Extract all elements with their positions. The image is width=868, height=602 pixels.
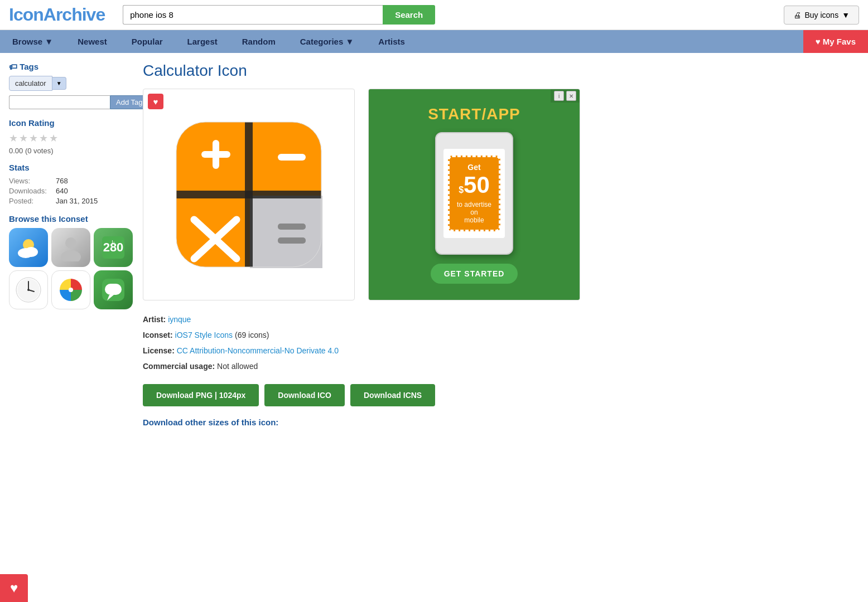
stats-posted-row: Posted: Jan 31, 2015: [9, 197, 132, 205]
star-4[interactable]: ★: [39, 132, 48, 144]
iconset-label: Iconset:: [143, 331, 173, 339]
star-5[interactable]: ★: [49, 132, 58, 144]
download-buttons: Download PNG | 1024px Download ICO Downl…: [143, 384, 859, 406]
artist-link[interactable]: iynque: [168, 315, 191, 324]
buy-icons-dropdown-arrow: ▼: [842, 11, 850, 20]
svg-rect-32: [278, 224, 306, 230]
license-link[interactable]: CC Attribution-Noncommercial-No Derivate…: [177, 346, 339, 355]
nav-myfavs[interactable]: ♥ My Favs: [803, 30, 868, 53]
download-sizes-title: Download other sizes of this icon:: [143, 417, 859, 427]
iconset-link[interactable]: iOS7 Style Icons: [175, 331, 233, 339]
iconset-count: (69 icons): [235, 331, 269, 339]
page-title: Calculator Icon: [143, 62, 859, 80]
main-layout: 🏷 Tags calculator ▼ Add Tag Icon Rating …: [0, 53, 868, 436]
sidebar: 🏷 Tags calculator ▼ Add Tag Icon Rating …: [9, 62, 132, 427]
svg-rect-29: [278, 154, 306, 161]
svg-rect-33: [278, 237, 306, 244]
icon-preview-box: ♥: [143, 89, 355, 300]
artist-row: Artist: iynque: [143, 312, 859, 327]
download-png-button[interactable]: Download PNG | 1024px: [143, 384, 259, 406]
svg-rect-24: [250, 196, 321, 267]
iconset-thumb-person[interactable]: [51, 228, 90, 267]
nav-artists[interactable]: Artists: [366, 30, 417, 53]
stats-downloads-row: Downloads: 640: [9, 187, 132, 195]
iconset-thumb-maps[interactable]: 280 I-: [94, 228, 133, 267]
svg-text:I-: I-: [112, 239, 115, 245]
add-tag-form: Add Tag: [9, 95, 132, 109]
navbar: Browse ▼ Newest Popular Largest Random C…: [0, 30, 868, 53]
iconset-thumb-messages[interactable]: [94, 270, 133, 309]
logo[interactable]: IconArchive: [9, 4, 105, 25]
stats-views-row: Views: 768: [9, 177, 132, 185]
ad-title: START/APP: [428, 105, 520, 123]
ad-title-part1: START: [428, 105, 481, 123]
iconset-row: Iconset: iOS7 Style Icons (69 icons): [143, 327, 859, 343]
ad-offer-text: to advertise onmobile: [455, 201, 493, 224]
nav-popular[interactable]: Popular: [119, 30, 175, 53]
artist-label: Artist:: [143, 315, 166, 324]
iconset-thumb-clock[interactable]: [9, 270, 48, 309]
add-tag-input[interactable]: [9, 95, 110, 109]
fav-badge-button[interactable]: ♥: [148, 94, 163, 109]
ad-offer-box: Get $50 to advertise onmobile: [448, 156, 500, 231]
tag-dropdown-arrow[interactable]: ▼: [52, 77, 66, 90]
stats-views-label: Views:: [9, 177, 51, 185]
ad-offer-get: Get $50: [455, 163, 493, 198]
download-icns-button[interactable]: Download ICNS: [350, 384, 435, 406]
ad-title-part2: APP: [486, 105, 520, 123]
svg-point-2: [25, 247, 38, 257]
ad-close-button[interactable]: ✕: [566, 91, 576, 101]
meta-info: Artist: iynque Iconset: iOS7 Style Icons…: [143, 312, 859, 374]
svg-point-12: [27, 289, 30, 291]
ad-inner: i ✕ START/APP Get $50 to advertise onmob…: [369, 89, 580, 300]
download-ico-button[interactable]: Download ICO: [264, 384, 345, 406]
tag-value-button[interactable]: calculator: [9, 76, 52, 91]
stats-downloads-label: Downloads:: [9, 187, 51, 195]
browse-iconset-title: Browse this Iconset: [9, 214, 132, 224]
commercial-value: Not allowed: [217, 362, 258, 371]
svg-rect-28: [213, 140, 219, 169]
stats-table: Views: 768 Downloads: 640 Posted: Jan 31…: [9, 177, 132, 205]
ad-phone-image: Get $50 to advertise onmobile: [435, 132, 513, 255]
ad-cta-button[interactable]: GET STARTED: [431, 264, 518, 284]
iconset-thumb-weather[interactable]: [9, 228, 48, 267]
nav-browse[interactable]: Browse ▼: [0, 30, 65, 53]
advertisement-box: i ✕ START/APP Get $50 to advertise onmob…: [368, 89, 580, 300]
license-name: CC Attribution-Noncommercial-No Derivate…: [177, 346, 339, 355]
nav-newest[interactable]: Newest: [65, 30, 119, 53]
tag-dropdown: calculator ▼: [9, 76, 132, 91]
star-3[interactable]: ★: [29, 132, 38, 144]
stats-downloads-value: 640: [56, 187, 68, 195]
license-label: License:: [143, 346, 175, 355]
iconset-grid: 280 I-: [9, 228, 132, 309]
tags-section-title: 🏷 Tags: [9, 62, 132, 71]
search-button[interactable]: Search: [383, 5, 435, 25]
star-1[interactable]: ★: [9, 132, 18, 144]
logo-archive-text: Archive: [44, 4, 105, 25]
search-input[interactable]: [123, 5, 383, 25]
nav-random[interactable]: Random: [230, 30, 288, 53]
commercial-row: Commercial usage: Not allowed: [143, 358, 859, 374]
buy-icons-label: Buy icons: [804, 11, 838, 20]
stats-posted-label: Posted:: [9, 197, 51, 205]
iconset-name: iOS7 Style Icons: [175, 331, 233, 339]
commercial-label: Commercial usage:: [143, 362, 215, 371]
star-2[interactable]: ★: [19, 132, 28, 144]
ad-title-slash: /: [481, 105, 486, 123]
rating-stars: ★ ★ ★ ★ ★: [9, 132, 132, 144]
calculator-icon-image: [171, 116, 327, 273]
svg-point-3: [65, 237, 76, 249]
nav-largest[interactable]: Largest: [175, 30, 230, 53]
logo-icon-text: Icon: [9, 4, 44, 25]
stats-section-title: Stats: [9, 163, 132, 172]
iconset-thumb-pinwheel[interactable]: [51, 270, 90, 309]
ad-info-button[interactable]: i: [554, 91, 564, 101]
nav-categories[interactable]: Categories ▼: [288, 30, 367, 53]
header: IconArchive Search 🖨 Buy icons ▼: [0, 0, 868, 30]
svg-rect-26: [176, 191, 321, 198]
license-row: License: CC Attribution-Noncommercial-No…: [143, 343, 859, 358]
rating-score: 0.00 (0 votes): [9, 147, 132, 155]
content-area: Calculator Icon ♥: [143, 62, 859, 427]
search-form: Search: [123, 5, 435, 25]
buy-icons-button[interactable]: 🖨 Buy icons ▼: [784, 6, 859, 25]
